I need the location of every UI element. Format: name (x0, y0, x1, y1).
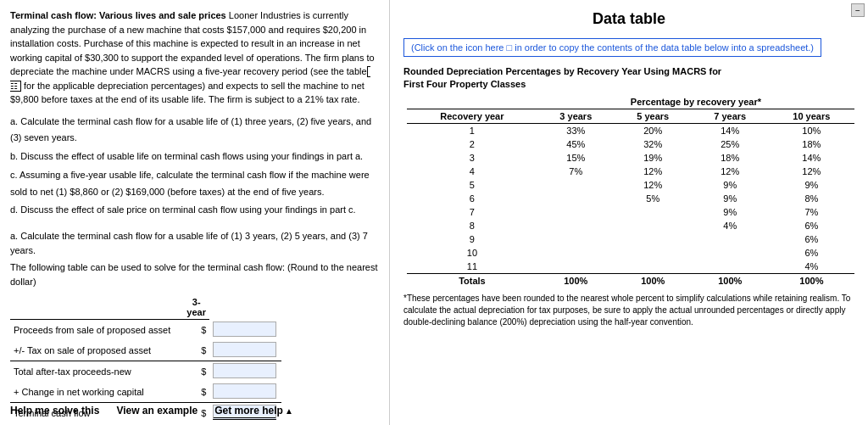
input-cell-3[interactable] (209, 361, 281, 382)
example-link[interactable]: View an example (116, 405, 198, 417)
y7-cell: 25% (692, 137, 769, 151)
row-label-3: Total after-tax proceeds-new (10, 361, 183, 382)
y10-cell: 9% (769, 178, 854, 192)
table-row: 5 12% 9% 9% (407, 178, 854, 192)
y7-cell: 9% (692, 205, 769, 219)
year-cell: 8 (407, 219, 537, 232)
table-row: 9 6% (407, 232, 854, 246)
y5-cell (615, 232, 692, 246)
y5-cell (615, 205, 692, 219)
y3-cell (537, 219, 615, 232)
row-label-1: Proceeds from sale of proposed asset (10, 320, 183, 340)
question-d: d. Discuss the effect of sale price on t… (10, 202, 379, 219)
help-link[interactable]: Help me solve this (10, 405, 99, 417)
y7-cell: 4% (692, 219, 769, 232)
y3-cell: 15% (537, 151, 615, 165)
y7-cell (692, 232, 769, 246)
y3-cell (537, 178, 615, 192)
table-row: + Change in net working capital $ (10, 382, 281, 403)
year-cell: 5 (407, 178, 537, 192)
y3-cell: 7% (537, 165, 615, 178)
y10-cell: 4% (769, 260, 854, 274)
10year-header: 10 years (769, 109, 854, 123)
y10-cell: 6% (769, 232, 854, 246)
questions-list: a. Calculate the terminal cash flow for … (10, 114, 379, 220)
input-cell-1[interactable] (209, 320, 281, 340)
year-cell: 11 (407, 260, 537, 274)
input-cell-4[interactable] (209, 382, 281, 403)
row-label-4: + Change in net working capital (10, 382, 183, 403)
instructions-text: The following table can be used to solve… (10, 260, 379, 288)
depreciation-table-wrapper: Percentage by recovery year* Recovery ye… (407, 95, 854, 288)
pct-group-header: Percentage by recovery year* (537, 95, 854, 109)
y10-cell: 6% (769, 219, 854, 232)
footnote: *These percentages have been rounded to … (403, 293, 854, 328)
table-row: 7 9% 7% (407, 205, 854, 219)
y5-cell (615, 260, 692, 274)
y3-cell (537, 260, 615, 274)
year-cell: 3 (407, 151, 537, 165)
col-header-row: Recovery year 3 years 5 years 7 years 10… (407, 109, 854, 123)
table-row: 2 45% 32% 25% 18% (407, 137, 854, 151)
y5-cell: 20% (615, 123, 692, 137)
y5-cell (615, 246, 692, 260)
year-cell: 9 (407, 232, 537, 246)
y10-cell: 7% (769, 205, 854, 219)
empty-header (407, 95, 537, 109)
right-panel: − Data table (Click on the icon here □ i… (390, 0, 868, 425)
y3-cell (537, 192, 615, 205)
y3-cell: 45% (537, 137, 615, 151)
year-cell: 7 (407, 205, 537, 219)
table-row: 8 4% 6% (407, 219, 854, 232)
minimize-button[interactable]: − (851, 3, 865, 17)
input-cell-2[interactable] (209, 340, 281, 361)
table-row: Total after-tax proceeds-new $ (10, 361, 281, 382)
depreciation-table: Percentage by recovery year* Recovery ye… (407, 95, 854, 288)
y5-cell: 12% (615, 165, 692, 178)
year-cell: 1 (407, 123, 537, 137)
5year-header: 5 years (615, 109, 692, 123)
left-panel: Terminal cash flow: Various lives and sa… (0, 0, 390, 425)
y7-cell: 18% (692, 151, 769, 165)
table-row: Proceeds from sale of proposed asset $ (10, 320, 281, 340)
table-row: 11 4% (407, 260, 854, 274)
year-cell: 4 (407, 165, 537, 178)
arrow-up-icon: ▲ (285, 406, 293, 416)
table-row: 10 6% (407, 246, 854, 260)
dollar-2: $ (183, 340, 209, 361)
7year-header: 7 years (692, 109, 769, 123)
problem-title: Terminal cash flow: Various lives and sa… (10, 10, 226, 20)
y10-cell: 18% (769, 137, 854, 151)
table-subtitle: Rounded Depreciation Percentages by Reco… (403, 65, 854, 92)
totals-y3: 100% (537, 273, 615, 288)
year-cell: 6 (407, 192, 537, 205)
problem-description: Terminal cash flow: Various lives and sa… (10, 8, 379, 107)
table-row: 1 33% 20% 14% 10% (407, 123, 854, 137)
totals-label: Totals (407, 273, 537, 288)
y3-cell (537, 246, 615, 260)
year-col-header: 3-year (183, 295, 209, 320)
y7-cell: 14% (692, 123, 769, 137)
totals-y10: 100% (769, 273, 854, 288)
y7-cell: 9% (692, 192, 769, 205)
y7-cell (692, 260, 769, 274)
y10-cell: 10% (769, 123, 854, 137)
more-help-link[interactable]: Get more help ▲ (214, 405, 293, 417)
copy-note: (Click on the icon here □ in order to co… (403, 38, 821, 57)
table-row: 6 5% 9% 8% (407, 192, 854, 205)
data-table-title: Data table (403, 10, 854, 28)
y5-cell: 12% (615, 178, 692, 192)
table-row: 3 15% 19% 18% 14% (407, 151, 854, 165)
recovery-year-header: Recovery year (407, 109, 537, 123)
y5-cell: 19% (615, 151, 692, 165)
y5-cell: 5% (615, 192, 692, 205)
y7-cell: 9% (692, 178, 769, 192)
totals-row: Totals 100% 100% 100% 100% (407, 273, 854, 288)
y3-cell (537, 205, 615, 219)
y3-cell (537, 232, 615, 246)
pct-header-row: Percentage by recovery year* (407, 95, 854, 109)
year-cell: 2 (407, 137, 537, 151)
y5-cell (615, 219, 692, 232)
totals-y5: 100% (615, 273, 692, 288)
bottom-links: Help me solve this View an example Get m… (10, 405, 293, 417)
